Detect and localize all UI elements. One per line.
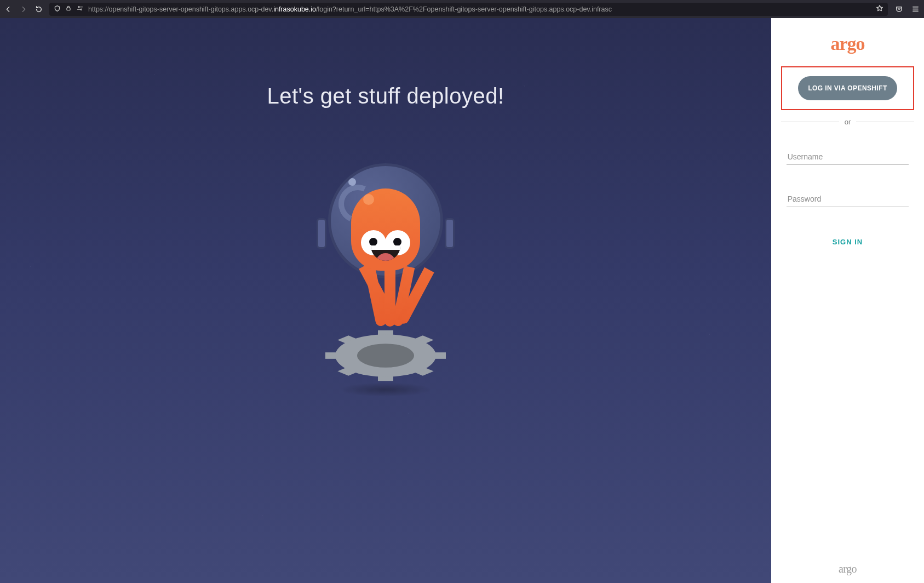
password-input[interactable] [787,190,909,207]
svg-point-17 [357,344,414,368]
login-via-openshift-button[interactable]: LOG IN VIA OPENSHIFT [798,76,897,100]
hamburger-menu-icon[interactable] [911,5,920,14]
hero-headline: Let's get stuff deployed! [267,84,504,108]
sign-in-button[interactable]: SIGN IN [822,232,874,252]
login-divider: or [781,118,914,126]
mascot-body [351,188,420,271]
argo-mascot [314,163,457,393]
svg-point-3 [81,9,82,10]
login-panel: argo LOG IN VIA OPENSHIFT or SIGN IN arg… [771,18,924,583]
gear-icon [323,325,449,386]
page-viewport: Let's get stuff deployed! [0,18,924,583]
argo-logo-text: argo [830,33,864,54]
username-input[interactable] [787,148,909,165]
lock-icon [65,5,72,13]
pocket-icon[interactable] [894,5,903,14]
permissions-icon [76,5,84,13]
reload-icon[interactable] [35,5,43,13]
panel-footer-logo: argo [839,563,857,575]
helmet-handle-left [317,218,326,249]
argo-logo: argo [830,33,864,54]
forward-icon[interactable] [20,5,27,13]
hero-section: Let's get stuff deployed! [0,18,771,583]
mascot-shadow [339,382,432,397]
divider-label: or [845,118,851,126]
browser-toolbar: https://openshift-gitops-server-openshif… [0,0,924,18]
url-text: https://openshift-gitops-server-openshif… [88,5,871,13]
bookmark-star-icon[interactable] [876,4,883,14]
helmet-handle-right [445,218,455,249]
address-bar[interactable]: https://openshift-gitops-server-openshif… [49,3,888,16]
sso-highlight-box: LOG IN VIA OPENSHIFT [781,66,914,110]
svg-rect-0 [67,8,70,10]
svg-point-1 [78,7,79,8]
back-icon[interactable] [4,5,12,13]
mouth [371,245,400,261]
shield-icon [54,5,61,14]
